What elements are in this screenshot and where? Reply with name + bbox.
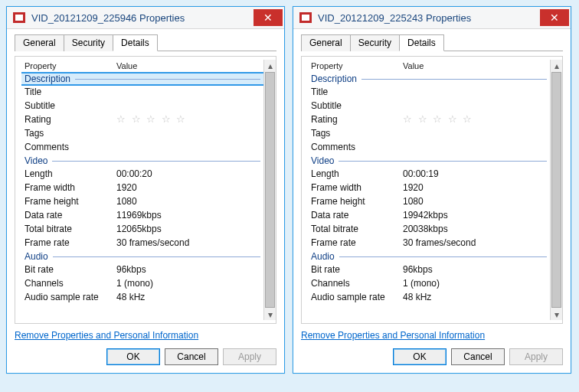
- property-label: Tags: [25, 127, 116, 139]
- property-value: [116, 127, 260, 139]
- titlebar[interactable]: VID_20121209_225243 Properties✕: [293, 7, 571, 29]
- property-label: Bit rate: [311, 263, 403, 276]
- property-row[interactable]: Title: [308, 85, 550, 99]
- tab-strip: GeneralSecurityDetails: [15, 34, 276, 51]
- rating-stars-icon: ☆ ☆ ☆ ☆ ☆: [403, 113, 473, 125]
- property-row[interactable]: Comments: [308, 140, 550, 154]
- details-panel: PropertyValueDescriptionTitleSubtitleRat…: [301, 56, 563, 324]
- property-value: ☆ ☆ ☆ ☆ ☆: [116, 113, 260, 126]
- tab-details[interactable]: Details: [399, 34, 444, 51]
- window-body: GeneralSecurityDetailsPropertyValueDescr…: [293, 29, 571, 373]
- property-label: Frame width: [311, 181, 403, 194]
- property-value: 20038kbps: [403, 223, 547, 235]
- property-row[interactable]: Frame rate30 frames/second: [308, 236, 550, 250]
- ok-button[interactable]: OK: [393, 348, 447, 365]
- tab-security[interactable]: Security: [64, 34, 113, 51]
- scroll-up-icon[interactable]: ▴: [551, 60, 562, 71]
- property-row[interactable]: Rating☆ ☆ ☆ ☆ ☆: [21, 113, 263, 126]
- property-row[interactable]: Total bitrate12065kbps: [21, 222, 263, 236]
- property-label: Channels: [25, 277, 116, 289]
- property-label: Comments: [311, 141, 403, 153]
- property-row[interactable]: Length00:00:20: [21, 167, 263, 181]
- section-description[interactable]: Description: [308, 74, 550, 84]
- property-row[interactable]: Tags: [21, 126, 263, 140]
- section-title: Video: [308, 155, 334, 166]
- property-row[interactable]: Channels1 (mono): [21, 276, 263, 290]
- property-label: Frame width: [25, 181, 116, 194]
- scroll-down-icon[interactable]: ▾: [551, 309, 562, 320]
- scrollbar-thumb[interactable]: [265, 72, 275, 308]
- property-row[interactable]: Length00:00:19: [308, 167, 550, 181]
- property-value: 12065kbps: [116, 223, 260, 235]
- tab-general[interactable]: General: [301, 34, 351, 51]
- property-row[interactable]: Frame height1080: [21, 194, 263, 208]
- section-divider: [53, 256, 260, 257]
- property-label: Rating: [25, 113, 116, 126]
- ok-button[interactable]: OK: [106, 348, 160, 365]
- section-audio[interactable]: Audio: [308, 251, 550, 262]
- tab-security[interactable]: Security: [350, 34, 400, 51]
- property-value: 1080: [403, 195, 547, 207]
- property-list[interactable]: PropertyValueDescriptionTitleSubtitleRat…: [308, 60, 550, 320]
- tab-details[interactable]: Details: [113, 34, 158, 51]
- properties-window: VID_20121209_225946 Properties✕GeneralSe…: [6, 6, 285, 374]
- property-value: [403, 141, 547, 153]
- property-row[interactable]: Frame height1080: [308, 194, 550, 208]
- property-row[interactable]: Comments: [21, 140, 263, 154]
- section-video[interactable]: Video: [308, 155, 550, 166]
- scroll-down-icon[interactable]: ▾: [264, 309, 276, 320]
- property-value: 30 frames/second: [116, 237, 260, 249]
- window-body: GeneralSecurityDetailsPropertyValueDescr…: [7, 29, 284, 373]
- app-icon: [298, 10, 313, 25]
- remove-properties-link[interactable]: Remove Properties and Personal Informati…: [15, 330, 198, 341]
- dialog-buttons: OKCancelApply: [301, 348, 563, 365]
- close-button[interactable]: ✕: [540, 9, 569, 26]
- property-row[interactable]: Title: [21, 85, 263, 99]
- cancel-button[interactable]: Cancel: [451, 348, 505, 365]
- property-value: 1920: [116, 181, 260, 194]
- property-row[interactable]: Frame rate30 frames/second: [21, 236, 263, 250]
- scrollbar[interactable]: ▴▾: [263, 60, 276, 320]
- section-title: Description: [308, 74, 357, 84]
- property-row[interactable]: Tags: [308, 126, 550, 140]
- property-list[interactable]: PropertyValueDescriptionTitleSubtitleRat…: [21, 60, 263, 320]
- tab-general[interactable]: General: [15, 34, 64, 51]
- col-property: Property: [25, 61, 116, 70]
- property-row[interactable]: Data rate11969kbps: [21, 208, 263, 222]
- property-row[interactable]: Frame width1920: [21, 181, 263, 194]
- property-row[interactable]: Bit rate96kbps: [21, 263, 263, 276]
- scrollbar[interactable]: ▴▾: [550, 60, 562, 320]
- titlebar[interactable]: VID_20121209_225946 Properties✕: [7, 7, 284, 29]
- section-audio[interactable]: Audio: [21, 251, 263, 262]
- property-value: 48 kHz: [403, 291, 547, 303]
- property-value: [403, 100, 547, 112]
- property-row[interactable]: Subtitle: [21, 99, 263, 113]
- property-row[interactable]: Frame width1920: [308, 181, 550, 194]
- apply-button: Apply: [509, 348, 563, 365]
- window-title: VID_20121209_225946 Properties: [31, 12, 254, 24]
- property-value: 96kbps: [403, 263, 547, 276]
- scrollbar-thumb[interactable]: [551, 72, 561, 308]
- property-label: Length: [25, 168, 116, 180]
- property-row[interactable]: Subtitle: [308, 99, 550, 113]
- scroll-up-icon[interactable]: ▴: [264, 60, 276, 71]
- property-value: 1 (mono): [403, 277, 547, 289]
- section-video[interactable]: Video: [21, 155, 263, 166]
- property-row[interactable]: Channels1 (mono): [308, 276, 550, 290]
- property-row[interactable]: Data rate19942kbps: [308, 208, 550, 222]
- close-button[interactable]: ✕: [254, 9, 283, 26]
- property-row[interactable]: Total bitrate20038kbps: [308, 222, 550, 236]
- remove-properties-link[interactable]: Remove Properties and Personal Informati…: [301, 330, 485, 341]
- property-row[interactable]: Bit rate96kbps: [308, 263, 550, 276]
- property-label: Audio sample rate: [25, 291, 116, 303]
- section-description[interactable]: Description: [21, 74, 263, 84]
- property-label: Total bitrate: [25, 223, 116, 235]
- cancel-button[interactable]: Cancel: [165, 348, 218, 365]
- tab-strip: GeneralSecurityDetails: [301, 34, 563, 51]
- property-row[interactable]: Audio sample rate48 kHz: [308, 290, 550, 304]
- property-value: 1920: [403, 181, 547, 194]
- property-row[interactable]: Audio sample rate48 kHz: [21, 290, 263, 304]
- property-value: [403, 127, 547, 139]
- property-row[interactable]: Rating☆ ☆ ☆ ☆ ☆: [308, 113, 550, 126]
- col-value: Value: [116, 61, 260, 70]
